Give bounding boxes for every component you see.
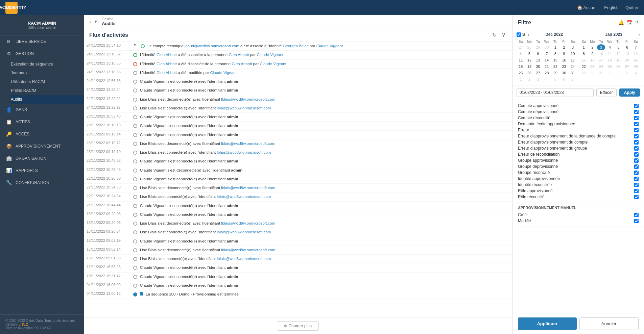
sidebar-item-execution-sequence[interactable]: Exécution de séquence — [11, 60, 84, 69]
calendar-day[interactable]: 5 — [525, 51, 534, 57]
calendar-day[interactable]: 19 — [525, 63, 534, 70]
calendar-day[interactable]: 21 — [631, 57, 640, 63]
filter-checkbox[interactable] — [634, 140, 639, 145]
filter-checkbox[interactable] — [634, 213, 639, 217]
calendar-day[interactable]: 4 — [543, 76, 551, 82]
filter-checkbox[interactable] — [634, 219, 639, 223]
nav-back-button[interactable]: ‹ — [88, 18, 92, 25]
calendar-day[interactable]: 1 — [580, 44, 588, 50]
nav-accueil[interactable]: 🏠 Accueil — [577, 5, 598, 10]
calendar-day[interactable]: 9 — [588, 51, 597, 57]
calendar-day[interactable]: 2 — [525, 76, 534, 82]
calendar-day[interactable]: 15 — [580, 57, 588, 63]
nav-english[interactable]: English — [604, 5, 619, 10]
calendar-day[interactable]: 14 — [543, 57, 551, 63]
sidebar-item-journaux[interactable]: Journaux — [11, 69, 84, 77]
date-range-input[interactable] — [517, 88, 594, 97]
calendar-day[interactable]: 28 — [525, 44, 534, 50]
calendar-day[interactable]: 28 — [543, 70, 551, 76]
calendar-day[interactable]: 20 — [623, 57, 631, 63]
filter-help-icon[interactable]: ? — [635, 19, 639, 26]
calendar-day[interactable]: 10 — [569, 51, 577, 57]
sidebar-item-gens[interactable]: 👤 GENS — [0, 104, 84, 116]
calendar-day[interactable]: 2 — [614, 70, 623, 76]
calendar-day[interactable]: 27 — [534, 70, 542, 76]
calendar-day[interactable]: 8 — [551, 51, 560, 57]
calendar-day[interactable]: 15 — [551, 57, 560, 63]
sidebar-item-approvisionnement[interactable]: 📦 APPROVISIONNEMENT — [0, 140, 84, 152]
calendar-day[interactable]: 24 — [569, 63, 577, 70]
calendar-day[interactable]: 7 — [543, 51, 551, 57]
appliquer-button[interactable]: Appliquer — [518, 317, 577, 330]
apply-button[interactable]: Apply — [619, 88, 640, 97]
filter-checkbox[interactable] — [634, 146, 639, 151]
calendar-day[interactable]: 7 — [631, 44, 640, 50]
calendar-day[interactable]: 5 — [614, 44, 623, 50]
calendar-day[interactable]: 21 — [543, 63, 551, 70]
calendar-day[interactable]: 23 — [560, 63, 568, 70]
calendar-day[interactable]: 11 — [605, 51, 614, 57]
calendar-day[interactable]: 18 — [605, 57, 614, 63]
filter-calendar-icon[interactable]: 📅 — [626, 19, 633, 26]
calendar-day[interactable]: 30 — [560, 70, 568, 76]
calendar-day[interactable]: 3 — [569, 44, 577, 50]
calendar-day[interactable]: 19 — [614, 57, 623, 63]
filter-checkbox[interactable] — [634, 134, 639, 138]
calendar-day[interactable]: 1 — [517, 76, 525, 82]
sidebar-item-profils-racm[interactable]: Profils RAC/M — [11, 86, 84, 95]
expand-icon[interactable]: ▼ — [133, 43, 137, 47]
calendar-day[interactable]: 29 — [551, 70, 560, 76]
filter-checkbox[interactable] — [634, 164, 639, 169]
filter-icon-1[interactable]: 🔔 — [618, 19, 625, 26]
calendar-day[interactable]: 25 — [605, 63, 614, 70]
load-more-button[interactable]: ⊕ Charger plus — [277, 321, 319, 331]
calendar-day[interactable]: 14 — [631, 51, 640, 57]
calendar-day[interactable]: 23 — [588, 63, 597, 70]
calendar-day[interactable]: 3 — [534, 76, 542, 82]
calendar-day[interactable]: 24 — [597, 63, 605, 70]
calendar-day[interactable]: 12 — [614, 51, 623, 57]
calendar-day[interactable]: 9 — [560, 51, 568, 57]
filter-checkbox[interactable] — [634, 177, 639, 181]
sidebar-item-organisation[interactable]: 🏢 ORGANISATION — [0, 152, 84, 164]
calendar-day[interactable]: 29 — [534, 44, 542, 50]
filter-checkbox[interactable] — [634, 122, 639, 126]
filter-checkbox[interactable] — [634, 128, 639, 132]
filter-checkbox[interactable] — [634, 195, 639, 199]
calendar-day[interactable]: 30 — [543, 44, 551, 50]
calendar-day[interactable]: 10 — [597, 51, 605, 57]
calendar-day[interactable]: 26 — [614, 63, 623, 70]
sidebar-item-acces[interactable]: 🔑 ACCÈS — [0, 128, 84, 140]
calendar-day[interactable]: 1 — [551, 44, 560, 50]
refresh-button[interactable]: ↻ — [491, 31, 498, 39]
filter-checkbox[interactable] — [634, 152, 639, 157]
calendar-checkbox[interactable] — [517, 32, 521, 37]
calendar-day[interactable]: 27 — [623, 63, 631, 70]
calendar-day[interactable]: 22 — [551, 63, 560, 70]
calendar-day[interactable]: 22 — [580, 63, 588, 70]
cal-next-button[interactable]: › — [638, 32, 640, 37]
calendar-day[interactable]: 5 — [551, 76, 560, 82]
calendar-day[interactable]: 17 — [597, 57, 605, 63]
calendar-day[interactable]: 13 — [623, 51, 631, 57]
calendar-day[interactable]: 29 — [580, 70, 588, 76]
calendar-day[interactable]: 3 — [623, 70, 631, 76]
calendar-day[interactable]: 12 — [525, 57, 534, 63]
calendar-day[interactable]: 13 — [534, 57, 542, 63]
calendar-day[interactable]: 7 — [569, 76, 577, 82]
help-button[interactable]: ? — [501, 31, 506, 39]
calendar-day[interactable]: 2 — [588, 44, 597, 50]
calendar-day[interactable]: 27 — [517, 44, 525, 50]
calendar-day[interactable]: 4 — [631, 70, 640, 76]
filter-checkbox[interactable] — [634, 116, 639, 120]
calendar-day[interactable]: 4 — [605, 44, 614, 50]
calendar-day[interactable]: 25 — [517, 70, 525, 76]
calendar-day[interactable]: 1 — [605, 70, 614, 76]
calendar-day[interactable]: 31 — [569, 70, 577, 76]
calendar-day[interactable]: 30 — [588, 70, 597, 76]
effacer-button[interactable]: Effacer — [596, 88, 617, 97]
filter-checkbox[interactable] — [634, 104, 639, 108]
calendar-day[interactable]: 3 — [597, 44, 605, 50]
sidebar-item-audits[interactable]: Audits — [11, 95, 84, 104]
calendar-day[interactable]: 16 — [560, 57, 568, 63]
